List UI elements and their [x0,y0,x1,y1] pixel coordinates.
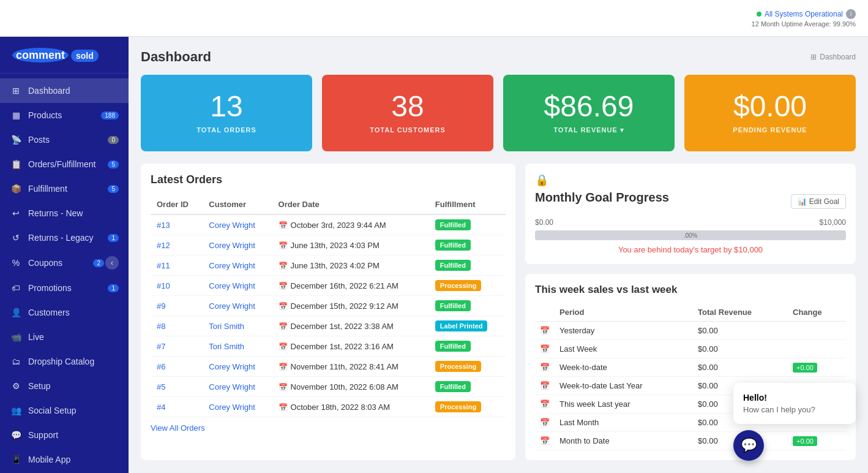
status-badge: Fulfilled [435,219,471,230]
sidebar-item-posts[interactable]: 📡 Posts 0 [0,127,129,152]
order-id-link[interactable]: #5 [157,382,165,392]
calendar-icon: 📅 [279,282,288,290]
status-badge: Fulfilled [435,341,471,352]
table-row: #6 Corey Wright 📅November 11th, 2022 8:4… [151,357,506,377]
customer-link[interactable]: Corey Wright [209,301,255,311]
status-badge: Processing [435,361,481,372]
info-icon[interactable]: i [846,9,856,19]
sidebar-item-label: Fulfillment [28,184,67,194]
order-id-link[interactable]: #10 [157,281,170,290]
order-id-link[interactable]: #6 [157,362,165,371]
date-cell: 📅December 1st, 2022 3:38 AM [272,316,429,336]
sidebar-item-dashboard[interactable]: ⊞ Dashboard [0,78,129,103]
edit-goal-button[interactable]: 📊 Edit Goal [791,194,846,209]
sidebar-item-coupons[interactable]: % Coupons 2 ‹ [0,250,129,276]
chat-widget: Hello! How can I help you? 💬 [733,383,856,461]
status-badge: Label Printed [435,320,488,331]
total-revenue-label: TOTAL REVENUE ▾ [515,126,662,134]
sidebar-item-label: Live [28,332,44,342]
order-id-link[interactable]: #13 [157,221,170,230]
col-order-date: Order Date [272,195,429,214]
sidebar-item-fulfillment[interactable]: 📦 Fulfillment 5 [0,176,129,201]
products-badge: 188 [101,112,119,119]
calendar-icon: 📅 [279,322,288,331]
order-id-link[interactable]: #4 [157,403,165,412]
customer-link[interactable]: Corey Wright [209,261,255,270]
order-id-link[interactable]: #7 [157,342,165,351]
fulfillment-cell: Fulfilled [429,235,506,255]
status-label: All Systems Operational [765,10,843,18]
customer-link[interactable]: Corey Wright [209,221,255,230]
goal-icon: 🔒 [535,173,846,187]
customer-link[interactable]: Corey Wright [209,362,255,371]
sidebar-item-mobile-app[interactable]: 📱 Mobile App [0,447,129,472]
table-row: #12 Corey Wright 📅June 13th, 2023 4:03 P… [151,235,506,255]
view-all-orders-link[interactable]: View All Orders [151,423,205,433]
stat-card-total-revenue[interactable]: $86.69 TOTAL REVENUE ▾ [503,75,675,151]
date-cell: 📅November 11th, 2022 8:41 AM [272,357,429,377]
stat-card-pending-revenue[interactable]: $0.00 PENDING REVENUE [684,75,856,151]
posts-icon: 📡 [10,134,22,146]
sidebar-item-label: Orders/Fulfillment [28,159,95,169]
col-customer: Customer [203,195,272,214]
sidebar-item-returns-new[interactable]: ↩ Returns - New [0,201,129,225]
customer-link[interactable]: Tori Smith [209,322,244,331]
chat-bubble-button[interactable]: 💬 [733,430,764,461]
sidebar-item-live[interactable]: 📹 Live [0,325,129,349]
goal-range: $0.00 $10,000 [535,218,846,227]
sidebar-item-promotions[interactable]: 🏷 Promotions 1 [0,276,129,300]
dashboard-icon: ⊞ [10,85,22,97]
sidebar-item-orders[interactable]: 📋 Orders/Fulfillment 5 [0,152,129,176]
sales-cal-icon: 📅 [535,358,555,377]
sidebar-item-customers[interactable]: 👤 Customers [0,300,129,325]
order-id-link[interactable]: #9 [157,301,165,311]
order-id-link[interactable]: #12 [157,241,170,250]
order-id-link[interactable]: #11 [157,261,170,270]
chat-popup-title: Hello! [743,393,846,403]
total-customers-label: TOTAL CUSTOMERS [334,126,481,134]
calendar-icon: 📅 [279,363,288,371]
order-id-cell: #12 [151,235,203,255]
stat-card-total-customers[interactable]: 38 TOTAL CUSTOMERS [322,75,493,151]
order-id-cell: #9 [151,296,203,316]
order-id-cell: #5 [151,377,203,397]
order-id-cell: #8 [151,316,203,336]
customer-cell: Corey Wright [203,276,272,296]
change-badge: +0.00 [793,363,817,373]
sidebar-item-label: Products [28,110,62,120]
customer-link[interactable]: Corey Wright [209,241,255,250]
table-row: #5 Corey Wright 📅November 10th, 2022 6:0… [151,377,506,397]
uptime-label: 12 Month Uptime Average: 99.90% [752,20,856,28]
goal-section: 🔒 Monthly Goal Progress 📊 Edit Goal $0.0… [525,164,856,264]
sidebar-item-returns-legacy[interactable]: ↺ Returns - Legacy 1 [0,225,129,250]
sidebar-item-label: Returns - New [28,208,83,218]
sidebar-item-dropship[interactable]: 🗂 Dropship Catalog [0,349,129,374]
calendar-icon: 📅 [279,342,288,351]
returns-legacy-icon: ↺ [10,232,22,244]
sidebar-item-label: Promotions [28,283,72,293]
sidebar-item-support[interactable]: 💬 Support [0,423,129,447]
sidebar-item-social-setup[interactable]: 👥 Social Setup [0,398,129,423]
collapse-icon[interactable]: ‹ [105,256,119,270]
col-order-id: Order ID [151,195,203,214]
sidebar-item-setup[interactable]: ⚙ Setup [0,374,129,398]
status-badge: Processing [435,401,481,412]
date-cell: 📅June 13th, 2023 4:03 PM [272,235,429,255]
sales-cal-icon: 📅 [535,340,555,358]
revenue-cell: $0.00 [693,358,788,377]
logo-text: commentsold [10,48,99,61]
customer-link[interactable]: Corey Wright [209,382,255,392]
customer-link[interactable]: Corey Wright [209,281,255,290]
calendar-icon: 📅 [279,241,288,250]
order-id-link[interactable]: #8 [157,322,165,331]
page-header: Dashboard ⊞ Dashboard [141,49,856,65]
order-id-cell: #11 [151,255,203,276]
stat-card-total-orders[interactable]: 13 TOTAL ORDERS [141,75,312,151]
sales-cal-icon: 📅 [535,322,555,340]
sidebar-item-products[interactable]: ▦ Products 188 [0,103,129,127]
sidebar-item-label: Social Setup [28,406,77,415]
customer-link[interactable]: Corey Wright [209,403,255,412]
order-id-cell: #7 [151,336,203,357]
fulfillment-cell: Label Printed [429,316,506,336]
customer-link[interactable]: Tori Smith [209,342,244,351]
